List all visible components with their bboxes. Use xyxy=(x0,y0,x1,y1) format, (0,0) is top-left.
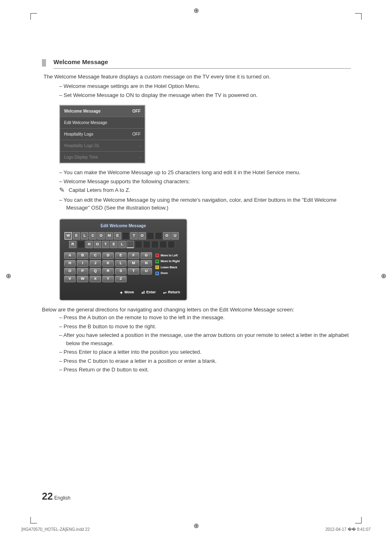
message-char-cell[interactable] xyxy=(168,241,175,248)
registration-mark-left-icon: ⊕ xyxy=(6,271,11,281)
nav-icon: ⏎ xyxy=(141,290,145,296)
settings-value: - xyxy=(139,154,141,160)
intro-paragraph: The Welcome Message feature displays a c… xyxy=(44,73,351,81)
letter-button[interactable]: A xyxy=(64,252,76,259)
message-char-cell[interactable]: O xyxy=(94,241,101,248)
letter-button[interactable]: K xyxy=(102,260,114,267)
letter-button[interactable]: Z xyxy=(115,276,127,282)
letter-button[interactable]: T xyxy=(128,268,139,274)
list-item: Set Welcome Message to ON to display the… xyxy=(59,91,351,99)
message-char-cell[interactable]: L xyxy=(118,241,126,248)
message-char-cell[interactable]: O xyxy=(163,232,171,240)
settings-row[interactable]: Edit Welcome Message xyxy=(60,117,145,129)
letter-button[interactable]: M xyxy=(128,260,139,267)
legend-row: BMove to Right xyxy=(155,259,182,264)
message-char-cell[interactable] xyxy=(147,232,154,240)
legend-label: Move to Left xyxy=(161,254,178,258)
message-char-cell[interactable]: C xyxy=(89,232,97,240)
print-filename: [HG470570_HOTEL-ZA]ENG.indd 22 xyxy=(21,526,90,532)
page-number: 22 xyxy=(42,491,53,502)
color-key-icon: D xyxy=(155,272,159,275)
letter-button[interactable]: Q xyxy=(90,268,101,274)
letter-button[interactable]: V xyxy=(64,276,76,282)
letter-button[interactable]: N xyxy=(141,260,152,267)
letter-button[interactable]: L xyxy=(115,260,127,267)
message-char-cell[interactable] xyxy=(122,232,129,240)
page-language: English xyxy=(54,495,70,501)
letter-button[interactable]: I xyxy=(77,260,88,267)
message-char-cell[interactable]: U xyxy=(171,232,179,240)
message-char-cell[interactable] xyxy=(143,241,150,248)
message-char-cell[interactable] xyxy=(151,241,159,248)
nav-hint: ✦Move xyxy=(120,290,134,296)
edit-welcome-panel: Edit Welcome Message WELCOMETOOU RHOTEL … xyxy=(59,219,187,301)
letter-button[interactable]: F xyxy=(128,252,139,259)
settings-label: Hospitality Logo xyxy=(64,131,93,137)
nav-icon: ✦ xyxy=(120,290,123,296)
letter-button[interactable]: H xyxy=(64,260,76,267)
directions-list: Press the A button on the remote to move… xyxy=(59,313,351,374)
legend-label: Done xyxy=(161,271,168,276)
message-char-cell[interactable]: O xyxy=(138,232,146,240)
list-item: Welcome Message supports the following c… xyxy=(59,177,351,186)
message-char-cell[interactable]: E xyxy=(110,241,118,248)
list-item: After you have selected a position in th… xyxy=(59,331,351,347)
message-char-cell[interactable]: R xyxy=(69,241,76,248)
nav-label: Return xyxy=(168,290,180,295)
settings-value: - xyxy=(139,143,141,149)
print-timestamp: 2012-04-17 �� 8:41:07 xyxy=(325,526,371,532)
settings-row[interactable]: Hospitality Logo DL- xyxy=(60,140,145,152)
letter-button[interactable]: J xyxy=(90,260,101,267)
letter-button[interactable]: U xyxy=(141,268,152,274)
crop-mark xyxy=(355,13,362,20)
color-legend: AMove to LeftBMove to RightCLeave BlackD… xyxy=(155,252,182,282)
nav-icon: ↩ xyxy=(163,290,166,296)
color-key-icon: C xyxy=(155,265,159,269)
message-char-cell[interactable] xyxy=(159,241,167,248)
list-item: Welcome message settings are in the Hote… xyxy=(59,82,351,90)
settings-row[interactable]: Welcome MessageOFF xyxy=(60,106,145,117)
letter-button[interactable]: Y xyxy=(102,276,114,282)
panel-bottom-nav: ✦Move⏎Enter↩Return xyxy=(62,288,184,297)
nav-label: Move xyxy=(125,290,134,295)
color-key-icon: B xyxy=(155,260,159,263)
message-char-cell[interactable]: M xyxy=(106,232,113,240)
nav-hint: ⏎Enter xyxy=(141,290,156,296)
message-char-cell[interactable]: O xyxy=(97,232,105,240)
message-char-cell[interactable]: E xyxy=(114,232,121,240)
letter-button[interactable]: G xyxy=(141,252,152,259)
letter-button[interactable]: W xyxy=(77,276,88,282)
letter-button[interactable]: D xyxy=(102,252,114,259)
letter-button[interactable]: X xyxy=(90,276,101,282)
message-char-cell[interactable] xyxy=(135,241,142,248)
section-title: Welcome Message xyxy=(53,58,351,69)
message-char-cell[interactable]: T xyxy=(130,232,138,240)
message-row-2: RHOTEL xyxy=(62,241,184,248)
settings-row[interactable]: Logo Display Time- xyxy=(60,152,145,163)
settings-value: OFF xyxy=(132,108,141,114)
edit-panel-title: Edit Welcome Message xyxy=(62,223,184,229)
list-item: Press Return or the D button to exit. xyxy=(59,366,351,374)
message-char-cell[interactable]: E xyxy=(73,232,80,240)
settings-value: OFF xyxy=(132,131,141,137)
settings-label: Edit Welcome Message xyxy=(64,120,107,126)
message-char-cell[interactable] xyxy=(77,241,85,248)
nav-hint: ↩Return xyxy=(163,290,180,296)
letter-button[interactable]: B xyxy=(77,252,88,259)
list-item: Press the B button to move to the right. xyxy=(59,323,351,331)
message-char-cell[interactable]: T xyxy=(102,241,109,248)
directions-intro: Below are the general directions for nav… xyxy=(42,306,351,314)
message-char-cell[interactable]: W xyxy=(65,232,72,240)
message-char-cell[interactable] xyxy=(127,241,134,248)
letter-button[interactable]: R xyxy=(102,268,114,274)
letter-button[interactable]: S xyxy=(115,268,127,274)
settings-row[interactable]: Hospitality LogoOFF xyxy=(60,129,145,140)
message-char-cell[interactable] xyxy=(155,232,162,240)
letter-button[interactable]: P xyxy=(77,268,88,274)
message-char-cell[interactable]: L xyxy=(81,232,88,240)
message-char-cell[interactable]: H xyxy=(85,241,93,248)
letter-button[interactable]: C xyxy=(90,252,101,259)
settings-panel: Welcome MessageOFFEdit Welcome MessageHo… xyxy=(59,105,145,164)
letter-button[interactable]: E xyxy=(115,252,127,259)
letter-button[interactable]: O xyxy=(64,268,76,274)
